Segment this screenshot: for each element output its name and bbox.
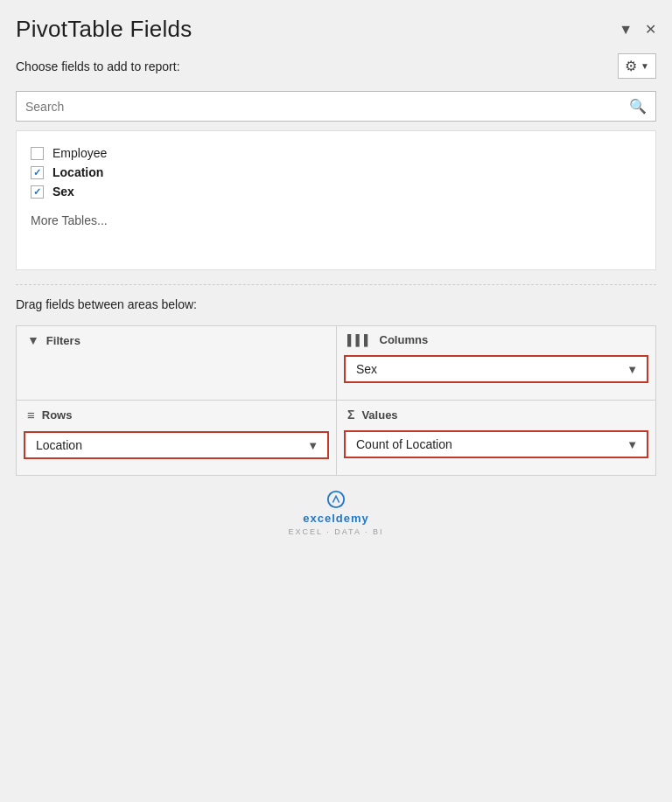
values-header: Σ Values [337, 401, 655, 427]
search-icon: 🔍 [629, 98, 647, 115]
columns-tag-arrow: ▼ [626, 363, 638, 376]
footer-logo: exceldemy EXCEL · DATA · BI [0, 476, 672, 543]
values-icon: Σ [347, 408, 354, 422]
field-item-location[interactable]: ✓ Location [31, 163, 641, 182]
logo-sub: EXCEL · DATA · BI [289, 527, 384, 536]
values-label: Values [361, 408, 397, 422]
checkbox-location[interactable]: ✓ [31, 166, 44, 179]
filters-header: ▼ Filters [17, 326, 336, 352]
filters-label: Filters [46, 334, 80, 347]
rows-icon: ≡ [27, 408, 35, 422]
values-tag-arrow: ▼ [626, 438, 638, 451]
filter-icon: ▼ [27, 333, 39, 347]
columns-field-tag[interactable]: Sex ▼ [344, 355, 648, 383]
drag-area: Drag fields between areas below: ▼ Filte… [16, 284, 656, 476]
columns-content: Sex ▼ [337, 352, 655, 399]
columns-icon: ▌▌▌ [347, 334, 373, 346]
dropdown-icon[interactable]: ▼ [619, 22, 633, 38]
gear-button[interactable]: ⚙ ▼ [618, 53, 656, 79]
columns-label: Columns [380, 333, 429, 346]
gear-icon: ⚙ [625, 58, 637, 74]
logo-icon [326, 490, 346, 509]
gear-dropdown-arrow: ▼ [640, 61, 649, 71]
values-field-tag[interactable]: Count of Location ▼ [344, 430, 648, 458]
field-label-location: Location [52, 165, 103, 179]
columns-header: ▌▌▌ Columns [337, 326, 655, 352]
header-icons: ▼ ✕ [619, 21, 656, 38]
rows-field-tag[interactable]: Location ▼ [24, 431, 329, 459]
rows-field-label: Location [36, 438, 82, 452]
rows-label: Rows [42, 408, 73, 422]
rows-tag-arrow: ▼ [307, 439, 318, 452]
rows-header: ≡ Rows [17, 401, 336, 428]
rows-area: ≡ Rows Location ▼ [16, 400, 336, 476]
field-label-sex: Sex [52, 185, 74, 199]
fields-label-row: Choose fields to add to report: ⚙ ▼ [0, 53, 672, 87]
field-label-employee: Employee [52, 146, 107, 160]
fields-list: Employee ✓ Location ✓ Sex More Tables... [16, 130, 656, 270]
areas-grid: ▼ Filters ▌▌▌ Columns Sex ▼ [16, 325, 656, 476]
values-content: Count of Location ▼ [337, 427, 655, 474]
filters-content [17, 352, 336, 400]
logo-name: exceldemy [303, 512, 369, 525]
panel-header: PivotTable Fields ▼ ✕ [0, 0, 672, 53]
drag-label: Drag fields between areas below: [16, 297, 656, 311]
rows-content: Location ▼ [17, 428, 336, 475]
more-tables-link[interactable]: More Tables... [31, 213, 641, 227]
values-area: Σ Values Count of Location ▼ [336, 400, 656, 476]
panel-title: PivotTable Fields [16, 16, 192, 43]
filters-area: ▼ Filters [16, 325, 336, 400]
search-box: 🔍 [16, 91, 656, 122]
svg-point-0 [328, 492, 344, 507]
checkbox-sex[interactable]: ✓ [31, 185, 44, 199]
field-item-employee[interactable]: Employee [31, 143, 641, 163]
field-item-sex[interactable]: ✓ Sex [31, 182, 641, 201]
search-input[interactable] [25, 100, 629, 114]
columns-field-label: Sex [356, 362, 377, 376]
choose-fields-label: Choose fields to add to report: [16, 59, 180, 73]
checkbox-employee[interactable] [31, 147, 44, 160]
values-field-label: Count of Location [356, 437, 452, 451]
pivot-table-fields-panel: PivotTable Fields ▼ ✕ Choose fields to a… [0, 0, 672, 802]
close-icon[interactable]: ✕ [645, 21, 656, 38]
columns-area: ▌▌▌ Columns Sex ▼ [336, 325, 656, 400]
